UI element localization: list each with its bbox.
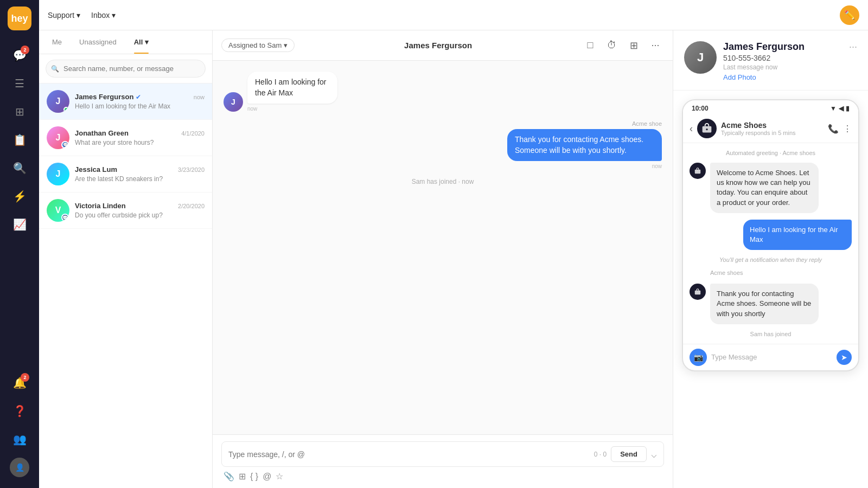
system-message: Sam has joined · now — [224, 178, 662, 185]
star-icon[interactable]: ☆ — [276, 471, 283, 481]
phone-bubble: Welcome to Acme Shoes. Let us know how w… — [710, 163, 819, 213]
stack-icon-btn[interactable]: ⊞ — [625, 37, 642, 54]
nav-help-icon[interactable]: ❓ — [8, 399, 31, 423]
contact-header: J James Fergurson 510-555-3662 Last mess… — [673, 30, 868, 91]
svg-point-1 — [706, 129, 707, 130]
chat-input-area: 0 · 0 Send ⌵ 📎 ⊞ { } @ ☆ — [213, 434, 673, 488]
nav-search-icon[interactable]: 🔍 — [8, 156, 31, 180]
phone-sam-joined: Sam has joined — [690, 331, 852, 337]
phone-messages: Automated greeting · Acme shoes Welcome … — [683, 143, 858, 344]
brackets-icon[interactable]: { } — [250, 472, 258, 481]
phone-message-input[interactable]: Type Message — [711, 353, 832, 361]
avatar: J 💬 — [47, 126, 69, 149]
phone-time: 10:00 — [692, 105, 709, 112]
attachment-icon[interactable]: 📎 — [224, 471, 234, 481]
assigned-label: Assigned to Sam — [228, 41, 282, 49]
contact-more-button[interactable]: ··· — [849, 41, 857, 53]
mention-icon[interactable]: @ — [263, 472, 271, 481]
message-bubble: Hello I am looking for the Air Max — [247, 72, 337, 104]
contact-avatar: J — [684, 41, 717, 74]
tab-me[interactable]: Me — [43, 30, 71, 54]
nav-chart-icon[interactable]: 📈 — [8, 213, 31, 236]
conversation-tabs: Me Unassigned All ▾ — [39, 30, 212, 54]
phone-message-user: Hello I am looking for the Air Max — [690, 220, 852, 250]
nav-lightning-icon[interactable]: ⚡ — [8, 184, 31, 208]
message-input[interactable] — [228, 450, 590, 459]
signal-icon: ◀ — [839, 105, 844, 112]
list-item[interactable]: V 💬 Victoria Linden 2/20/2020 Do you off… — [39, 192, 212, 229]
phone-bubble-user: Hello I am looking for the Air Max — [743, 220, 852, 250]
compose-button[interactable]: ✏️ — [840, 5, 859, 25]
more-options-btn[interactable]: ··· — [647, 37, 664, 54]
nav-team-icon[interactable]: 👥 — [8, 427, 31, 451]
message-outgoing: Acme shoe Thank you for contacting Acme … — [224, 120, 662, 169]
phone-message-bot-2: Thank you for contacting Acme shoes. Som… — [690, 284, 852, 324]
contact-last-message: Last message now — [723, 63, 843, 71]
tab-unassigned[interactable]: Unassigned — [71, 30, 125, 54]
message-time: now — [507, 163, 662, 169]
tab-all[interactable]: All ▾ — [125, 30, 157, 54]
phone-send-button[interactable]: ➤ — [837, 350, 852, 365]
business-sub: Typically responds in 5 mins — [721, 130, 824, 136]
square-icon-btn[interactable]: □ — [582, 37, 599, 54]
add-photo-button[interactable]: Add Photo — [723, 73, 843, 81]
contact-name: James Fergurson — [723, 41, 843, 53]
nav-list-icon[interactable]: ☰ — [8, 72, 31, 95]
phone-camera-button[interactable]: 📷 — [690, 349, 707, 366]
message-incoming: J Hello I am looking for the Air Max now — [224, 72, 662, 112]
char-count: 0 · 0 — [594, 451, 607, 458]
phone-bot-avatar-2 — [690, 284, 706, 300]
phone-input-row: 📷 Type Message ➤ — [683, 344, 858, 370]
nav-contacts-icon[interactable]: 📋 — [8, 128, 31, 152]
wifi-icon: ▼ — [830, 105, 837, 112]
support-dropdown-icon: ▾ — [76, 11, 80, 20]
nav-chat-icon[interactable]: 💬 2 — [8, 43, 31, 67]
assigned-to-button[interactable]: Assigned to Sam ▾ — [221, 38, 295, 52]
table-icon[interactable]: ⊞ — [239, 471, 246, 481]
phone-bot-avatar — [690, 163, 706, 179]
phone-bubble-2: Thank you for contacting Acme shoes. Som… — [710, 284, 819, 324]
avatar: J — [47, 163, 69, 185]
chat-messages: J Hello I am looking for the Air Max now… — [213, 61, 673, 434]
app-logo[interactable]: hey — [8, 7, 31, 30]
message-time: now — [247, 106, 337, 112]
clock-icon-btn[interactable]: ⏱ — [603, 37, 621, 54]
input-toolbar: 📎 ⊞ { } @ ☆ — [221, 467, 664, 481]
phone-more-icon[interactable]: ⋮ — [843, 124, 852, 134]
business-name: Acme Shoes — [721, 121, 824, 130]
phone-call-icon[interactable]: 📞 — [828, 124, 839, 134]
right-panel: J James Fergurson 510-555-3662 Last mess… — [673, 30, 868, 488]
conversation-search — [39, 54, 212, 84]
nav-avatar[interactable]: 👤 — [8, 455, 31, 479]
phone-chat-header: ‹ Acme Shoes Typically responds in 5 min… — [683, 114, 858, 143]
chat-header: Assigned to Sam ▾ James Fergurson □ ⏱ ⊞ … — [213, 30, 673, 61]
verified-icon: ✔ — [136, 93, 141, 101]
send-button[interactable]: Send — [611, 446, 647, 462]
list-item[interactable]: J 💬 Jonathan Green 4/1/2020 What are you… — [39, 120, 212, 156]
sidebar-nav: hey 💬 2 ☰ ⊞ 📋 🔍 ⚡ 📈 🔔 2 ❓ 👥 👤 — [0, 0, 39, 488]
phone-business-avatar — [697, 119, 717, 138]
svg-rect-2 — [695, 170, 701, 174]
message-bubble: Thank you for contacting Acme shoes. Som… — [507, 129, 662, 161]
phone-back-button[interactable]: ‹ — [690, 123, 693, 134]
message-avatar: J — [224, 92, 243, 112]
nav-bell-icon[interactable]: 🔔 2 — [8, 371, 31, 395]
support-menu[interactable]: Support ▾ — [48, 11, 80, 20]
phone-status-bar: 10:00 ▼ ◀ ▮ — [683, 100, 858, 114]
chat-area: Assigned to Sam ▾ James Fergurson □ ⏱ ⊞ … — [213, 30, 673, 488]
inbox-menu[interactable]: Inbox ▾ — [91, 11, 116, 20]
nav-table-icon[interactable]: ⊞ — [8, 100, 31, 124]
send-more-icon[interactable]: ⌵ — [651, 448, 657, 460]
sender-name: Acme shoe — [632, 120, 662, 127]
list-item[interactable]: J Jessica Lum 3/23/2020 Are the latest K… — [39, 156, 212, 192]
avatar: V 💬 — [47, 199, 69, 222]
list-item[interactable]: J James Fergurson ✔ now Hello I am looki… — [39, 84, 212, 120]
phone-notification: You'll get a notification when they repl… — [690, 256, 852, 263]
conversation-items: J James Fergurson ✔ now Hello I am looki… — [39, 84, 212, 488]
phone-message-bot: Welcome to Acme Shoes. Let us know how w… — [690, 163, 852, 213]
chat-contact-name: James Fergurson — [301, 41, 575, 50]
search-input[interactable] — [46, 60, 206, 78]
svg-rect-3 — [695, 291, 701, 295]
avatar: J — [47, 90, 69, 113]
chat-header-icons: □ ⏱ ⊞ ··· — [582, 37, 664, 54]
